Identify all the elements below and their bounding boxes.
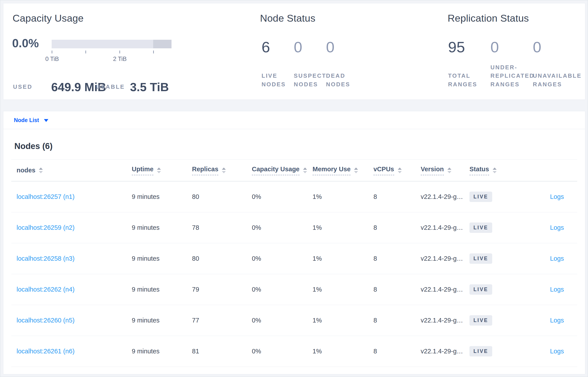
column-header-nodes[interactable]: nodes [11, 167, 132, 174]
node-link[interactable]: localhost:26261 (n6) [17, 348, 75, 355]
overview-summary-panel: Capacity Usage 0.0% 0 TiB 2 TiB USED 649… [3, 3, 585, 100]
column-header-replicas[interactable]: Replicas [192, 165, 252, 175]
logs-link[interactable]: Logs [550, 255, 564, 262]
capacity-cell: 0% [252, 224, 313, 231]
vcpus-cell: 8 [374, 348, 421, 355]
axis-tick [119, 50, 120, 53]
sort-icon [447, 167, 451, 173]
total-ranges-label: TOTAL RANGES [448, 71, 486, 89]
unavailable-ranges-stat: 0 UNAVAILABLE RANGES [533, 39, 570, 89]
uptime-cell: 9 minutes [132, 317, 192, 324]
replicas-cell: 78 [192, 224, 252, 231]
usable-label: USABLE [96, 83, 125, 90]
sort-icon [303, 167, 307, 173]
memory-cell: 1% [313, 255, 374, 262]
replicas-cell: 81 [192, 348, 252, 355]
vcpus-cell: 8 [374, 193, 421, 200]
memory-cell: 1% [313, 317, 374, 324]
status-badge: LIVE [470, 192, 492, 202]
sort-icon [398, 167, 402, 173]
uptime-cell: 9 minutes [132, 193, 192, 200]
table-row: localhost:26261 (n6) 9 minutes 81 0% 1% … [11, 336, 577, 367]
capacity-cell: 0% [252, 193, 313, 200]
live-nodes-label: LIVE NODES [261, 71, 288, 89]
column-header-capacity-usage[interactable]: Capacity Usage [252, 165, 313, 175]
nodes-table: nodes Uptime Replicas Capacity Usage Mem… [11, 159, 577, 367]
capacity-bar-track [52, 40, 172, 48]
replicas-cell: 80 [192, 193, 252, 200]
uptime-cell: 9 minutes [132, 286, 192, 293]
logs-link[interactable]: Logs [550, 224, 564, 231]
node-status-stats: 6 LIVE NODES 0 SUSPECT NODES 0 DEAD NODE… [261, 39, 358, 89]
memory-cell: 1% [313, 224, 374, 231]
memory-cell: 1% [313, 348, 374, 355]
node-link[interactable]: localhost:26258 (n3) [17, 255, 75, 262]
table-row: localhost:26257 (n1) 9 minutes 80 0% 1% … [11, 181, 577, 212]
logs-link[interactable]: Logs [550, 286, 564, 293]
column-header-uptime[interactable]: Uptime [132, 165, 192, 175]
table-row: localhost:26259 (n2) 9 minutes 78 0% 1% … [11, 212, 577, 243]
memory-cell: 1% [313, 193, 374, 200]
axis-tick-label: 2 TiB [113, 56, 127, 62]
node-list-dropdown[interactable]: Node List [14, 117, 48, 123]
column-header-vcpus[interactable]: vCPUs [374, 165, 421, 175]
suspect-nodes-count: 0 [294, 39, 321, 55]
sort-icon [222, 167, 226, 173]
column-header-status[interactable]: Status [470, 165, 531, 175]
dead-nodes-label: DEAD NODES [326, 71, 353, 89]
node-link[interactable]: localhost:26262 (n4) [17, 286, 75, 293]
vcpus-cell: 8 [374, 286, 421, 293]
capacity-cell: 0% [252, 317, 313, 324]
status-badge: LIVE [470, 253, 492, 264]
version-cell: v22.1.4-29-g… [421, 348, 470, 355]
capacity-cell: 0% [252, 348, 313, 355]
nodes-table-panel: Nodes (6) nodes Uptime Replicas Capacity… [3, 129, 585, 374]
column-header-memory-use[interactable]: Memory Use [313, 165, 374, 175]
version-cell: v22.1.4-29-g… [421, 255, 470, 262]
total-ranges-stat: 95 TOTAL RANGES [448, 39, 486, 89]
live-nodes-stat: 6 LIVE NODES [261, 39, 288, 89]
sort-icon [354, 167, 358, 173]
node-link[interactable]: localhost:26259 (n2) [17, 224, 75, 231]
status-badge: LIVE [470, 346, 492, 356]
sort-icon [157, 167, 161, 173]
capacity-usage-title: Capacity Usage [12, 12, 84, 24]
vcpus-cell: 8 [374, 317, 421, 324]
capacity-bar-reserved-segment [153, 40, 172, 48]
used-label: USED [13, 83, 33, 90]
cluster-overview-page: Capacity Usage 0.0% 0 TiB 2 TiB USED 649… [0, 0, 588, 377]
live-nodes-count: 6 [261, 39, 288, 55]
sort-icon [39, 167, 43, 173]
under-replicated-ranges-label: UNDER-REPLICATED RANGES [490, 63, 528, 89]
logs-link[interactable]: Logs [550, 317, 564, 324]
column-header-version[interactable]: Version [421, 165, 470, 175]
replicas-cell: 77 [192, 317, 252, 324]
suspect-nodes-stat: 0 SUSPECT NODES [294, 39, 321, 89]
replicas-cell: 79 [192, 286, 252, 293]
table-row: localhost:26258 (n3) 9 minutes 80 0% 1% … [11, 243, 577, 274]
unavailable-ranges-label: UNAVAILABLE RANGES [533, 71, 570, 89]
logs-link[interactable]: Logs [550, 193, 564, 200]
version-cell: v22.1.4-29-g… [421, 317, 470, 324]
uptime-cell: 9 minutes [132, 255, 192, 262]
status-badge: LIVE [470, 315, 492, 326]
version-cell: v22.1.4-29-g… [421, 224, 470, 231]
status-badge: LIVE [470, 284, 492, 295]
total-ranges-count: 95 [448, 39, 486, 55]
node-link[interactable]: localhost:26257 (n1) [17, 193, 75, 200]
replication-status-stats: 95 TOTAL RANGES 0 UNDER-REPLICATED RANGE… [448, 39, 575, 89]
uptime-cell: 9 minutes [132, 224, 192, 231]
under-replicated-ranges-count: 0 [490, 39, 528, 55]
nodes-table-title: Nodes (6) [14, 141, 577, 151]
under-replicated-ranges-stat: 0 UNDER-REPLICATED RANGES [490, 39, 528, 89]
version-cell: v22.1.4-29-g… [421, 193, 470, 200]
suspect-nodes-label: SUSPECT NODES [294, 71, 321, 89]
node-link[interactable]: localhost:26260 (n5) [17, 317, 75, 324]
memory-cell: 1% [313, 286, 374, 293]
node-list-dropdown-label: Node List [14, 117, 39, 123]
uptime-cell: 9 minutes [132, 348, 192, 355]
logs-link[interactable]: Logs [550, 348, 564, 355]
dead-nodes-count: 0 [326, 39, 353, 55]
usable-value: 3.5 TiB [130, 80, 169, 94]
replication-status-title: Replication Status [448, 12, 529, 24]
